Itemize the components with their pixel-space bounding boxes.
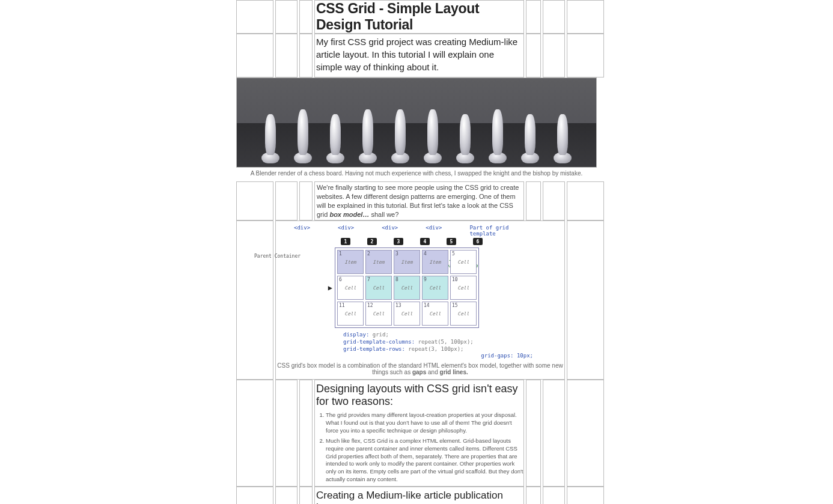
box-model-diagram: <div><div><div><div> Part of grid templa… (275, 220, 565, 380)
page-title: CSS Grid - Simple Layout Design Tutorial (314, 0, 524, 34)
hero-caption: A Blender render of a chess board. Havin… (236, 168, 597, 181)
page-subtitle: My first CSS grid project was creating M… (314, 34, 524, 77)
section-medium-layout: Creating a Medium-like article publicati… (314, 487, 524, 504)
intro-paragraph: We're finally starting to see more peopl… (314, 181, 524, 220)
section-reasons: Designing layouts with CSS grid isn't ea… (314, 380, 524, 486)
box-model-caption: CSS grid's box model is a combination of… (276, 360, 564, 379)
hero-image (236, 77, 597, 168)
